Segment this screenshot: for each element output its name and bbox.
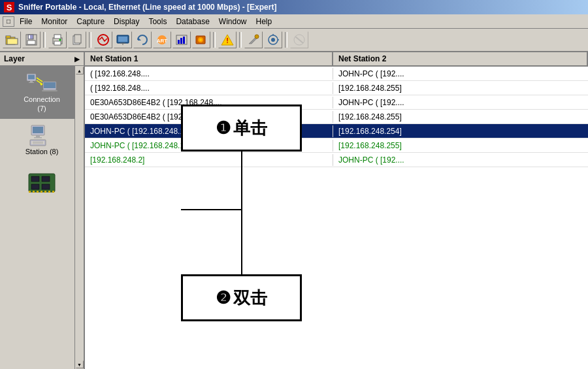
svg-rect-23 [180,38,182,44]
protocol-icon [26,171,57,195]
table-row-selected[interactable]: JOHN-PC ( [192.168.248.128] ) [192.168.2… [85,124,588,138]
svg-point-10 [59,39,61,41]
capture-btn[interactable] [192,31,210,48]
svg-rect-67 [48,191,50,193]
tool-btn-2[interactable] [264,31,282,48]
menu-capture[interactable]: Capture [73,16,108,27]
cell-station2: [192.168.248.255] [333,82,588,94]
svg-rect-17 [118,37,127,42]
open-button[interactable] [3,31,21,48]
svg-point-27 [199,39,202,41]
title-text: Sniffer Portable - Local, Ethernet (Line… [18,3,276,12]
svg-rect-63 [33,191,35,193]
svg-text:ART: ART [157,38,168,44]
separator-2 [89,32,91,48]
scroll-up-btn[interactable]: ▲ [76,67,84,74]
col-header-station2: Net Station 2 [333,52,588,65]
cell-station2: [192.168.248.254] [333,125,588,137]
svg-point-30 [255,35,259,39]
tool-btn-1[interactable] [244,31,263,48]
svg-rect-12 [74,35,81,43]
svg-rect-51 [34,137,42,138]
svg-rect-8 [54,35,61,39]
sidebar-item-protocol[interactable] [0,166,84,200]
menu-icon: □ [3,16,14,27]
cell-station1: ( [192.168.248.... [85,82,333,94]
table-body: ( [192.168.248.... JOHN-PC ( [192.... ( … [85,67,588,369]
table-row[interactable]: 0E30A653D86E4B2 ( [192.168.248.... [192.… [85,110,588,124]
svg-rect-39 [30,81,33,82]
svg-point-32 [271,38,275,42]
table-header: Net Station 1 Net Station 2 [85,52,588,67]
table-row[interactable]: JOHN-PC ( [192.168.248.128] ) [192.168.2… [85,138,588,153]
cell-station2: JOHN-PC ( [192.... [333,154,588,166]
table-row[interactable]: [192.168.248.2] JOHN-PC ( [192.... [85,153,588,167]
svg-rect-22 [178,40,180,44]
app-logo: S [4,2,14,12]
connection-label: Connection(7) [24,95,60,114]
alert-btn[interactable]: ! [218,31,237,48]
menu-bar: □ File Monitor Capture Display Tools Dat… [0,14,588,29]
copy-button[interactable] [68,31,86,48]
cell-station1: JOHN-PC ( [192.168.248.128] ) [85,140,333,152]
svg-rect-61 [42,184,50,189]
left-panel: Layer ▶ ▲ [0,52,85,369]
print-button[interactable] [48,31,67,48]
layer-header: Layer ▶ [0,52,84,66]
svg-rect-50 [36,135,40,137]
svg-rect-24 [183,37,185,44]
svg-rect-38 [28,75,35,80]
menu-tools[interactable]: Tools [144,16,171,27]
cell-station2: JOHN-PC ( [192.... [333,68,588,80]
right-panel: Net Station 1 Net Station 2 ( [192.168.2… [85,52,588,369]
scroll-down-btn[interactable]: ▼ [76,361,84,368]
cell-station2: JOHN-PC ( [192.... [333,97,588,108]
cell-station1: [192.168.248.2] [85,154,333,166]
svg-rect-5 [27,40,35,44]
svg-rect-64 [37,191,39,193]
svg-rect-65 [41,191,42,193]
disabled-btn [290,31,308,48]
sidebar-item-station[interactable]: Station (8) [0,119,84,161]
svg-rect-59 [42,176,50,182]
sidebar-item-connection[interactable]: ▲ [0,66,84,119]
menu-window[interactable]: Window [215,16,251,27]
svg-rect-68 [52,191,54,193]
menu-display[interactable]: Display [110,16,143,27]
table-row[interactable]: ( [192.168.248.... JOHN-PC ( [192.... [85,67,588,81]
layer-arrow: ▶ [74,56,80,63]
svg-rect-6 [29,35,30,39]
chart-btn[interactable] [172,31,191,48]
svg-rect-9 [54,41,61,45]
svg-marker-18 [138,37,141,40]
refresh-btn[interactable] [133,31,152,48]
left-scrollbar[interactable]: ▲ ▼ [74,66,84,369]
cell-station2: [192.168.248.255] [333,111,588,123]
cell-station1: ( [192.168.248.... [85,68,333,80]
menu-database[interactable]: Database [172,16,213,27]
separator-5 [285,32,287,48]
art-btn[interactable]: ART [153,31,171,48]
main-area: Layer ▶ ▲ [0,52,588,369]
menu-help[interactable]: Help [252,16,276,27]
station-label: Station (8) [25,148,59,155]
menu-file[interactable]: File [16,16,36,27]
cell-station2: [192.168.248.255] [333,140,588,152]
layer-label: Layer [4,54,25,63]
svg-rect-49 [33,127,43,133]
save-button[interactable] [22,31,41,48]
svg-rect-40 [29,82,34,83]
menu-monitor[interactable]: Monitor [37,16,71,27]
toolbar: ART ! [0,29,588,52]
table-row[interactable]: 0E30A653D86E4B2 ( [192.168.248.... JOHN-… [85,95,588,110]
station-icon [26,124,57,148]
table-row[interactable]: ( [192.168.248.... [192.168.248.255] [85,81,588,95]
left-panel-inner: ▲ [0,66,84,369]
monitor-btn-2[interactable] [114,31,132,48]
scroll-track [76,74,84,361]
cell-station1: 0E30A653D86E4B2 ( [192.168.248.... [85,111,333,123]
monitor-btn-1[interactable] [94,31,112,48]
separator-3 [213,32,216,48]
separator-1 [43,32,46,48]
svg-rect-42 [44,82,56,88]
